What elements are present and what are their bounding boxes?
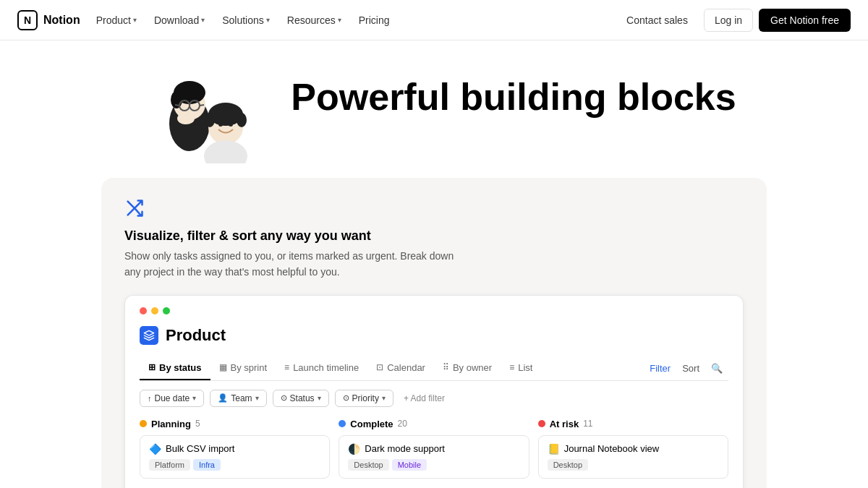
kanban-card: 🔷 Bulk CSV import Platform Infra: [140, 435, 330, 479]
maximize-dot: [163, 307, 170, 314]
kanban-board: Planning 5 🔷 Bulk CSV import Platform In…: [140, 419, 728, 484]
grid-icon: ⊞: [148, 362, 156, 372]
dark-mode-icon: 🌓: [348, 443, 360, 455]
filter-button[interactable]: Filter: [644, 359, 676, 378]
app-tabs: ⊞ By status ▦ By sprint ≡ Launch timelin…: [140, 356, 728, 381]
filter-due-date[interactable]: ↑ Due date ▾: [140, 390, 204, 407]
tab-by-owner[interactable]: ⠿ By owner: [434, 356, 501, 380]
chevron-down-icon: ▾: [382, 394, 386, 402]
filter-priority[interactable]: ⊙ Priority ▾: [335, 390, 393, 407]
navbar: N Notion Product ▾ Download ▾ Solutions …: [0, 0, 868, 40]
tag: Platform: [149, 459, 190, 471]
svg-point-12: [205, 113, 215, 127]
tag: Infra: [193, 459, 221, 471]
nav-item-pricing[interactable]: Pricing: [352, 10, 397, 30]
journal-icon: 📒: [548, 443, 560, 455]
feature-card: Visualize, filter & sort any way you wan…: [101, 178, 767, 488]
tab-by-status[interactable]: ⊞ By status: [140, 356, 210, 380]
at-risk-dot: [538, 420, 545, 427]
card-title: 🌓 Dark mode support: [348, 443, 519, 455]
col-count-complete: 20: [398, 419, 407, 429]
card-tags: Platform Infra: [149, 459, 320, 471]
kanban-card: 📒 Journal Notebook view Desktop: [538, 435, 728, 479]
status-icon: ⊙: [281, 393, 287, 403]
filters-bar: ↑ Due date ▾ 👤 Team ▾ ⊙ Status ▾ ⊙ Prior…: [140, 390, 728, 407]
filter-status[interactable]: ⊙ Status ▾: [273, 390, 329, 407]
tag: Desktop: [548, 459, 588, 471]
kanban-col-planning: Planning 5 🔷 Bulk CSV import Platform In…: [140, 419, 330, 484]
app-header: Product: [140, 326, 728, 345]
person-icon: 👤: [218, 393, 228, 403]
nav-item-solutions[interactable]: Solutions ▾: [215, 10, 277, 30]
tab-by-sprint[interactable]: ▦ By sprint: [210, 356, 276, 380]
sort-asc-icon: ↑: [148, 394, 152, 403]
add-filter-button[interactable]: + Add filter: [399, 390, 449, 406]
col-title-at-risk: At risk: [550, 419, 579, 429]
nav-item-resources[interactable]: Resources ▾: [280, 10, 349, 30]
tag: Mobile: [392, 459, 427, 471]
owner-icon: ⠿: [443, 362, 449, 372]
timeline-icon: ≡: [284, 362, 289, 372]
tab-launch-timeline[interactable]: ≡ Launch timeline: [276, 356, 367, 380]
list-icon: ≡: [509, 362, 514, 372]
col-title-complete: Complete: [350, 419, 393, 429]
minimize-dot: [151, 307, 158, 314]
feature-desc: Show only tasks assigned to you, or item…: [124, 248, 472, 281]
svg-point-15: [229, 122, 233, 127]
card-title: 📒 Journal Notebook view: [548, 443, 719, 455]
svg-point-9: [177, 113, 195, 124]
kanban-card: 🌓 Dark mode support Desktop Mobile: [339, 435, 529, 479]
notion-logo[interactable]: N Notion: [17, 10, 80, 30]
chevron-down-icon: ▾: [318, 394, 321, 402]
svg-point-14: [218, 122, 223, 127]
priority-icon: ⊙: [343, 393, 349, 403]
app-title: Product: [166, 326, 226, 345]
col-count-at-risk: 11: [583, 419, 592, 429]
col-header-complete: Complete 20: [339, 419, 529, 429]
kanban-col-at-risk: At risk 11 📒 Journal Notebook view Deskt…: [538, 419, 728, 484]
svg-point-16: [204, 140, 247, 163]
calendar-icon: ⊡: [376, 362, 383, 372]
hero-illustration: [132, 69, 276, 163]
chevron-down-icon: ▾: [255, 394, 259, 402]
sprint-icon: ▦: [219, 362, 227, 372]
navbar-right: Contact sales Log in Get Notion free: [616, 9, 851, 32]
svg-line-7: [175, 105, 179, 106]
card-section: Visualize, filter & sort any way you wan…: [0, 178, 868, 488]
chevron-down-icon: ▾: [192, 394, 196, 402]
product-icon: [140, 326, 158, 345]
shuffle-icon: [124, 198, 744, 221]
tag: Desktop: [348, 459, 388, 471]
nav-item-download[interactable]: Download ▾: [147, 10, 212, 30]
tab-list[interactable]: ≡ List: [501, 356, 541, 380]
col-count-planning: 5: [195, 419, 200, 429]
hero-title: Powerful building blocks: [276, 69, 736, 118]
brand-name: Notion: [43, 14, 80, 27]
svg-point-3: [171, 91, 182, 108]
nav-item-product[interactable]: Product ▾: [89, 10, 144, 30]
chevron-down-icon: ▾: [338, 16, 341, 24]
get-notion-free-button[interactable]: Get Notion free: [759, 9, 851, 32]
chevron-down-icon: ▾: [133, 16, 137, 24]
sort-button[interactable]: Sort: [676, 359, 705, 378]
csv-icon: 🔷: [149, 443, 161, 455]
card-tags: Desktop Mobile: [348, 459, 519, 471]
feature-title: Visualize, filter & sort any way you wan…: [124, 228, 744, 244]
search-icon[interactable]: 🔍: [705, 359, 728, 378]
planning-dot: [140, 420, 147, 427]
close-dot: [140, 307, 147, 314]
app-preview: Product ⊞ By status ▦ By sprint ≡ Launch…: [124, 295, 744, 488]
kanban-col-complete: Complete 20 🌓 Dark mode support Desktop …: [339, 419, 529, 484]
col-header-at-risk: At risk 11: [538, 419, 728, 429]
navbar-left: N Notion Product ▾ Download ▾ Solutions …: [17, 10, 396, 30]
hero-section: Powerful building blocks: [0, 40, 868, 178]
filter-team[interactable]: 👤 Team ▾: [210, 390, 266, 407]
complete-dot: [339, 420, 346, 427]
tab-calendar[interactable]: ⊡ Calendar: [367, 356, 434, 380]
contact-sales-button[interactable]: Contact sales: [616, 9, 698, 31]
col-header-planning: Planning 5: [140, 419, 330, 429]
login-button[interactable]: Log in: [704, 9, 753, 32]
chevron-down-icon: ▾: [266, 16, 270, 24]
card-tags: Desktop: [548, 459, 719, 471]
window-controls: [140, 307, 728, 314]
